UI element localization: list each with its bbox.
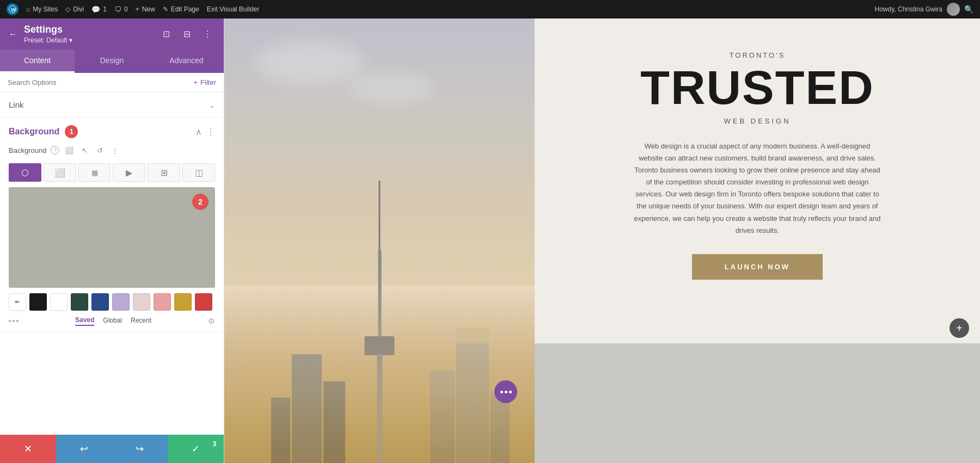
comments-link[interactable]: 💬 1 (91, 5, 107, 14)
settings-panel: ← Settings Preset: Default ▾ ⊡ ⊟ ⋮ Conte… (0, 18, 224, 463)
avatar[interactable] (947, 3, 960, 16)
admin-bar-right: Howdy, Christina Gwira 🔍 (875, 3, 973, 16)
edit-page-link[interactable]: ✎ Edit Page (163, 5, 199, 13)
reset-icon[interactable]: ↺ (94, 145, 105, 156)
link-section-header[interactable]: Link ⌄ (0, 92, 224, 117)
svg-text:W: W (11, 7, 16, 13)
background-sub-label: Background (9, 146, 46, 155)
save-button[interactable]: ✓ 3 (168, 435, 224, 463)
settings-header: ← Settings Preset: Default ▾ ⊡ ⊟ ⋮ (0, 18, 224, 50)
settings-tabs: Content Design Advanced (0, 50, 224, 73)
cancel-icon: ✕ (24, 443, 32, 455)
bg-tab-video[interactable]: ▶ (113, 163, 145, 182)
content-subtitle2: WEB DESIGN (724, 117, 791, 125)
color-icon: ⬡ (21, 168, 29, 178)
link-section-title: Link (9, 100, 24, 109)
exit-builder-link[interactable]: Exit Visual Builder (207, 5, 260, 13)
options-icon[interactable]: ⋮ (109, 145, 120, 156)
comment-count-link[interactable]: 🗨 0 (114, 5, 128, 14)
bg-tab-image[interactable]: ⬜ (44, 163, 76, 182)
floating-dots-button[interactable] (494, 380, 517, 403)
swatch-darkblue[interactable] (91, 293, 109, 311)
admin-bar-left: W ⌂ My Sites ◇ Divi 💬 1 🗨 0 + New ✎ Edit… (7, 3, 866, 15)
help-icon[interactable]: ? (51, 146, 59, 155)
more-icon[interactable]: ⋮ (200, 27, 215, 42)
back-icon[interactable]: ← (9, 29, 17, 39)
undo-icon: ↩ (80, 443, 88, 455)
add-section-button[interactable]: + (950, 318, 969, 338)
expand-icon[interactable]: ⊡ (158, 27, 174, 42)
undo-button[interactable]: ↩ (56, 435, 112, 463)
desktop-icon[interactable]: ⬜ (64, 145, 75, 156)
my-sites-link[interactable]: ⌂ My Sites (26, 5, 58, 13)
swatch-red[interactable] (195, 293, 212, 311)
bg-tab-color[interactable]: ⬡ (9, 163, 41, 182)
swatch-lightred[interactable] (154, 293, 171, 311)
cancel-button[interactable]: ✕ (0, 435, 56, 463)
filter-icon: + (194, 78, 198, 87)
background-title-row: Background 1 (9, 125, 78, 138)
layout-icon[interactable]: ⊟ (179, 27, 194, 42)
divi-link[interactable]: ◇ Divi (65, 5, 84, 13)
color-tabs-row: Saved Global Recent ⚙ (0, 314, 224, 331)
save-badge: 3 (209, 438, 220, 450)
home-icon: ⌂ (26, 5, 30, 13)
bg-tab-mask[interactable]: ◫ (182, 163, 215, 182)
skyline-background (224, 18, 535, 463)
swatch-lightpurple[interactable] (112, 293, 130, 311)
settings-preset[interactable]: Preset: Default ▾ (24, 36, 72, 44)
user-greeting: Howdy, Christina Gwira (875, 5, 942, 13)
content-body-text: Web design is a crucial aspect of any mo… (632, 140, 883, 237)
color-preview-area[interactable]: 2 (9, 187, 215, 288)
color-tab-global[interactable]: Global (103, 317, 122, 325)
search-icon-admin[interactable]: 🔍 (964, 5, 973, 14)
color-tab-saved[interactable]: Saved (75, 316, 94, 326)
video-icon: ▶ (126, 168, 132, 178)
background-more-icon[interactable]: ⋮ (206, 127, 215, 137)
gradient-icon: ▦ (91, 169, 98, 177)
swatch-lightpink[interactable] (133, 293, 150, 311)
speech-icon: 🗨 (114, 5, 121, 14)
swatch-white[interactable] (50, 293, 68, 311)
color-settings-gear-icon[interactable]: ⚙ (208, 317, 215, 325)
new-link[interactable]: + New (136, 5, 155, 13)
swatch-gold[interactable] (174, 293, 192, 311)
eyedropper-button[interactable]: ✒ (9, 293, 26, 311)
swatch-black[interactable] (29, 293, 47, 311)
admin-bar: W ⌂ My Sites ◇ Divi 💬 1 🗨 0 + New ✎ Edit… (0, 0, 980, 18)
cursor-icon[interactable]: ↖ (79, 145, 90, 156)
search-input[interactable] (8, 78, 194, 87)
bg-tab-gradient[interactable]: ▦ (78, 163, 111, 182)
gray-section-preview (535, 343, 980, 463)
settings-search: + Filter (0, 73, 224, 92)
background-title: Background (9, 127, 59, 137)
filter-button[interactable]: + Filter (194, 78, 216, 87)
redo-button[interactable]: ↪ (112, 435, 168, 463)
settings-title-group: Settings Preset: Default ▾ (24, 24, 72, 44)
redo-icon: ↪ (136, 443, 144, 455)
pattern-icon: ⊞ (161, 168, 168, 178)
color-swatches-row: ✒ (0, 288, 224, 314)
background-section: Background 1 ∧ ⋮ Background ? ⬜ ↖ ↺ ⋮ (0, 118, 224, 332)
settings-title: Settings (24, 24, 72, 35)
background-section-header: Background 1 ∧ ⋮ (0, 118, 224, 143)
color-tab-recent[interactable]: Recent (131, 317, 151, 325)
background-badge-1: 1 (65, 125, 78, 138)
swatch-darkgreen[interactable] (71, 293, 88, 311)
preview-area: TORONTO'S TRUSTED WEB DESIGN Web design … (224, 18, 980, 463)
wordpress-logo[interactable]: W (7, 3, 19, 15)
edit-icon: ✎ (163, 5, 168, 13)
mask-icon: ◫ (195, 168, 203, 178)
bg-tab-pattern[interactable]: ⊞ (148, 163, 180, 182)
launch-button[interactable]: LAUNCH NOW (692, 254, 823, 280)
divi-icon: ◇ (65, 5, 70, 13)
comment-icon: 💬 (91, 5, 100, 14)
link-section: Link ⌄ (0, 92, 224, 118)
tab-content[interactable]: Content (0, 50, 75, 73)
content-main-title: TRUSTED (640, 64, 874, 112)
tab-advanced[interactable]: Advanced (149, 50, 224, 73)
dots-button[interactable] (9, 320, 19, 322)
tab-design[interactable]: Design (75, 50, 149, 73)
collapse-icon[interactable]: ∧ (195, 127, 202, 137)
color-preview-badge: 2 (192, 194, 209, 210)
